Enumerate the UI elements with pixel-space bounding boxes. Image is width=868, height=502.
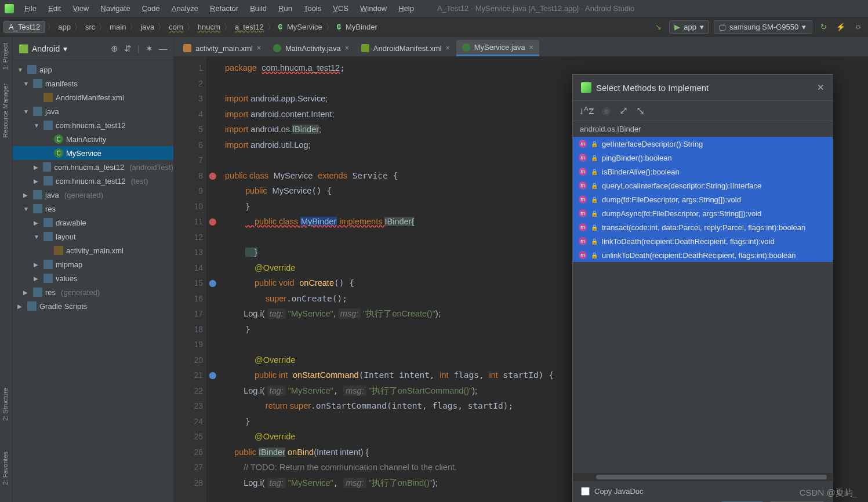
menu-view[interactable]: View <box>68 3 93 14</box>
window-title: A_Test12 - MyService.java [A_Test12.app]… <box>437 4 634 13</box>
menu-edit[interactable]: Edit <box>43 3 66 14</box>
menu-help[interactable]: Help <box>394 3 419 14</box>
method-list[interactable]: m🔒getInterfaceDescriptor():Stringm🔒pingB… <box>573 137 833 322</box>
menu-analyze[interactable]: Analyze <box>167 3 203 14</box>
android-icon <box>581 82 591 93</box>
run-config-select[interactable]: ▶app▾ <box>669 20 709 34</box>
menu-window[interactable]: Window <box>355 3 391 14</box>
method-item[interactable]: m🔒unlinkToDeath(recipient:DeathRecipient… <box>573 248 833 262</box>
close-icon[interactable]: ✕ <box>817 82 825 93</box>
tree-node[interactable]: ▶values <box>13 271 173 285</box>
app-icon <box>5 4 14 13</box>
editor-tabs: activity_main.xml×MainActivity.java×Andr… <box>174 37 868 57</box>
method-item[interactable]: m🔒queryLocalInterface(descriptor:String)… <box>573 179 833 192</box>
hide-icon[interactable]: — <box>159 43 168 54</box>
crumb[interactable]: com <box>167 21 185 32</box>
watermark: CSDN @夏屿_ <box>800 488 858 499</box>
tree-node[interactable]: ▼com.hnucm.a_test12 <box>13 118 173 132</box>
menu-file[interactable]: File <box>20 3 41 14</box>
dialog-toolbar: ↓ᴬᴢ ◉ ⤢ ⤡ <box>573 100 833 121</box>
method-item[interactable]: m🔒pingBinder():boolean <box>573 151 833 165</box>
vtab-resource-manager[interactable]: Resource Manager <box>0 78 10 144</box>
left-tool-strip: 1: Project Resource Manager 2: Structure… <box>0 37 13 502</box>
run-icon[interactable]: ↻ <box>817 21 830 34</box>
tree-node[interactable]: MainActivity <box>13 132 173 146</box>
tree-node[interactable]: ▶com.hnucm.a_test12(androidTest) <box>13 160 173 174</box>
editor-tab[interactable]: AndroidManifest.xml× <box>355 40 456 56</box>
crumb[interactable]: a_test12 <box>233 21 266 32</box>
menu-build[interactable]: Build <box>245 3 271 14</box>
device-select[interactable]: ▢samsung SM-G9550▾ <box>714 20 812 34</box>
build-icon[interactable]: ↘ <box>652 21 664 34</box>
filter-icon[interactable]: ◉ <box>602 104 611 117</box>
sort-alpha-icon[interactable]: ↓ᴬᴢ <box>579 104 594 117</box>
apply-changes-icon[interactable]: ⚡ <box>834 21 847 34</box>
gutter-icons: ⬤ ⬤ ⬤ ⬤ <box>206 57 218 502</box>
dialog-class-crumb: android.os.IBinder <box>573 121 833 137</box>
menu-vcs[interactable]: VCS <box>328 3 353 14</box>
project-tree[interactable]: ▼app▼manifestsAndroidManifest.xml▼java▼c… <box>13 60 173 315</box>
menu-code[interactable]: Code <box>137 3 165 14</box>
breadcrumbs: A_Test12 〉app 〉src 〉main 〉java 〉com 〉hnu… <box>3 21 652 33</box>
collapse-icon[interactable]: ⤡ <box>636 104 645 117</box>
tree-node[interactable]: ▼manifests <box>13 77 173 90</box>
menu-bar: FileEditViewNavigateCodeAnalyzeRefactorB… <box>0 0 868 17</box>
editor-tab[interactable]: activity_main.xml× <box>177 40 267 56</box>
crumb-root[interactable]: A_Test12 <box>3 21 45 33</box>
method-item[interactable]: m🔒transact(code:int, data:Parcel, reply:… <box>573 220 833 234</box>
tree-node[interactable]: MyService <box>13 146 173 160</box>
menu-navigate[interactable]: Navigate <box>96 3 135 14</box>
crumb[interactable]: src <box>83 21 97 32</box>
method-item[interactable]: m🔒dump(fd:FileDescriptor, args:String[])… <box>573 192 833 206</box>
method-item[interactable]: m🔒linkToDeath(recipient:DeathRecipient, … <box>573 234 833 248</box>
project-panel: 🟩 Android ▾ ⊕ ⇵ | ✶ — ▼app▼manifestsAndr… <box>13 37 174 502</box>
method-item[interactable]: m🔒isBinderAlive():boolean <box>573 165 833 179</box>
crumb[interactable]: main <box>108 21 128 32</box>
horizontal-scrollbar[interactable] <box>573 473 833 481</box>
tree-node[interactable]: ▶Gradle Scripts <box>13 299 173 313</box>
tree-node[interactable]: ▶java(generated) <box>13 188 173 202</box>
expand-icon[interactable]: ⤢ <box>619 104 628 117</box>
tree-node[interactable]: ▶res(generated) <box>13 285 173 299</box>
gear-icon[interactable]: ✶ <box>146 43 153 54</box>
line-gutter: 1234567891011121314151617181920212223242… <box>174 57 206 502</box>
implement-methods-dialog: Select Methods to Implement ✕ ↓ᴬᴢ ◉ ⤢ ⤡ … <box>572 74 833 502</box>
tree-node[interactable]: ▶com.hnucm.a_test12(test) <box>13 174 173 188</box>
crumb-class[interactable]: MyService <box>277 21 324 32</box>
menu-refactor[interactable]: Refactor <box>205 3 243 14</box>
menu-tools[interactable]: Tools <box>299 3 326 14</box>
editor-tab[interactable]: MainActivity.java× <box>267 40 355 56</box>
tree-node[interactable]: ▼layout <box>13 230 173 243</box>
copy-javadoc-checkbox[interactable]: Copy JavaDoc <box>581 487 825 496</box>
method-item[interactable]: m🔒getInterfaceDescriptor():String <box>573 137 833 151</box>
menu-run[interactable]: Run <box>274 3 297 14</box>
vtab-project[interactable]: 1: Project <box>0 37 10 75</box>
vtab-favorites[interactable]: 2: Favorites <box>0 446 10 490</box>
tree-node[interactable]: ▶mipmap <box>13 257 173 271</box>
tree-node[interactable]: ▼res <box>13 202 173 216</box>
method-item[interactable]: m🔒dumpAsync(fd:FileDescriptor, args:Stri… <box>573 206 833 220</box>
target-icon[interactable]: ⊕ <box>111 43 118 54</box>
sort-icon[interactable]: ⇵ <box>124 43 132 54</box>
debug-icon[interactable]: ⛭ <box>852 21 865 34</box>
tree-node[interactable]: ▼java <box>13 104 173 118</box>
tree-node[interactable]: ▶drawable <box>13 216 173 230</box>
vtab-structure[interactable]: 2: Structure <box>0 382 10 427</box>
dialog-title: Select Methods to Implement <box>596 83 709 93</box>
crumb[interactable]: hnucm <box>196 21 222 32</box>
editor-tab[interactable]: MyService.java× <box>456 40 539 56</box>
nav-bar: A_Test12 〉app 〉src 〉main 〉java 〉com 〉hnu… <box>0 17 868 37</box>
tree-node[interactable]: activity_main.xml <box>13 243 173 257</box>
crumb[interactable]: app <box>56 21 72 32</box>
crumb[interactable]: java <box>139 21 156 32</box>
crumb-inner[interactable]: MyBinder <box>335 21 379 32</box>
project-view-select[interactable]: 🟩 Android ▾ <box>19 44 67 53</box>
tree-node[interactable]: ▼app <box>13 63 173 77</box>
tree-node[interactable]: AndroidManifest.xml <box>13 90 173 104</box>
